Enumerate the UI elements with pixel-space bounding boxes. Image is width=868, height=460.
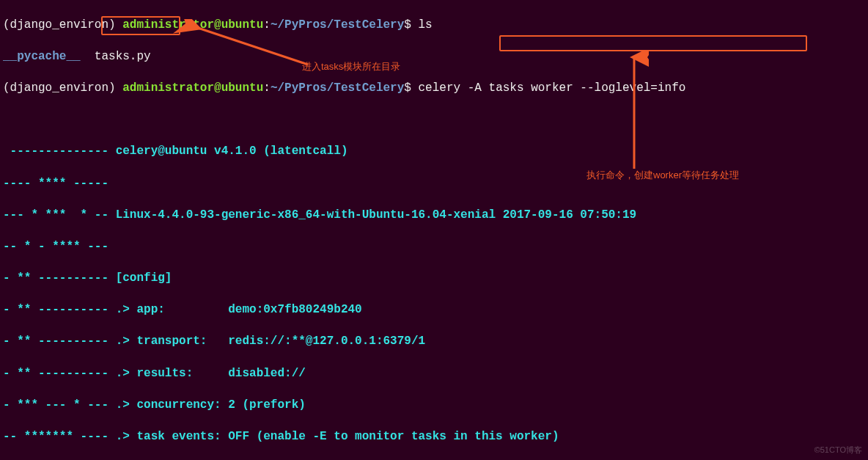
blank-line <box>3 112 865 128</box>
prompt-line-1[interactable]: (django_environ) administrator@ubuntu:~/… <box>3 18 865 34</box>
colon: : <box>263 18 271 32</box>
banner-line: - ** ---------- [config] <box>3 271 865 287</box>
banner-line: -- * - **** --- <box>3 239 865 255</box>
banner-line: - ** ---------- .> app: demo:0x7fb80249b… <box>3 302 865 318</box>
banner-line: - ** ---------- .> results: disabled:// <box>3 366 865 382</box>
terminal-output: (django_environ) administrator@ubuntu:~/… <box>0 0 868 460</box>
user-host: administrator@ubuntu <box>122 18 263 32</box>
prompt-line-2[interactable]: (django_environ) administrator@ubuntu:~/… <box>3 81 865 97</box>
banner-line: - ** ---------- .> transport: redis://:*… <box>3 334 865 350</box>
command-ls: ls <box>419 18 433 32</box>
colon: : <box>263 81 271 95</box>
banner-line: ---- **** ----- <box>3 176 865 192</box>
user-host: administrator@ubuntu <box>122 81 263 95</box>
tasks-file: tasks.py <box>81 50 151 63</box>
banner-line: - *** --- * --- .> concurrency: 2 (prefo… <box>3 398 865 414</box>
watermark: ©51CTO博客 <box>814 445 862 456</box>
pycache-dir: __pycache__ <box>3 50 81 63</box>
cwd-path: ~/PyPros/TestCelery <box>271 18 404 32</box>
banner-line: --- * *** * -- Linux-4.4.0-93-generic-x8… <box>3 208 865 224</box>
command-celery: celery -A tasks worker --loglevel=info <box>419 81 686 95</box>
dollar: $ <box>404 81 418 95</box>
banner-line: -- ******* ---- .> task events: OFF (ena… <box>3 429 865 445</box>
env-prefix: (django_environ) <box>3 18 122 32</box>
banner-line: -------------- celery@ubuntu v4.1.0 (lat… <box>3 144 865 160</box>
dollar: $ <box>404 18 418 32</box>
ls-output: __pycache__ tasks.py <box>3 49 865 65</box>
env-prefix: (django_environ) <box>3 81 122 95</box>
cwd-path: ~/PyPros/TestCelery <box>271 81 404 95</box>
